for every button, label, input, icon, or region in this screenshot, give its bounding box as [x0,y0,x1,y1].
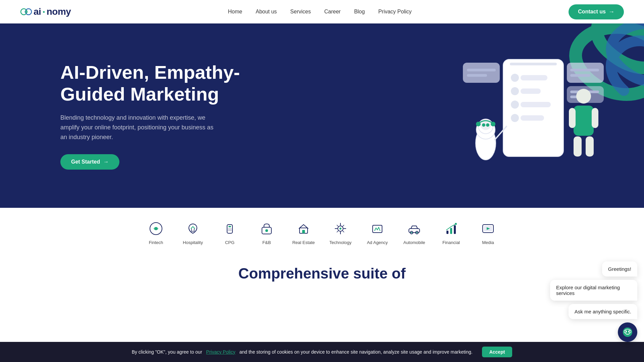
svg-rect-57 [454,225,456,234]
svg-rect-12 [521,115,544,121]
hero-section: AI-Driven, Empathy-Guided Marketing Blen… [0,0,644,208]
technology-label: Technology [329,240,352,245]
automobile-label: Automobile [403,240,425,245]
industry-fb[interactable]: F&B [248,220,285,245]
nav-links: Home About us Services Career Blog Priva… [228,9,412,15]
svg-rect-32 [574,106,594,136]
logo-text-nomy: nomy [47,6,71,17]
svg-rect-6 [521,75,547,80]
svg-point-58 [455,223,457,225]
industry-strip: Fintech Hospitality CPG F&B Real Estate … [0,208,644,252]
realestate-icon [295,220,312,237]
section-title: Comprehensive suite of [27,265,617,282]
industry-hospitality[interactable]: Hospitality [174,220,211,245]
media-icon [479,220,497,237]
financial-label: Financial [442,240,460,245]
industry-media[interactable]: Media [470,220,506,245]
fintech-label: Fintech [149,240,163,245]
industry-financial[interactable]: Financial [433,220,470,245]
svg-rect-13 [463,63,500,83]
technology-icon [332,220,349,237]
svg-rect-36 [586,136,594,157]
chat-explore[interactable]: Explore our digital marketing services [550,280,637,285]
svg-rect-18 [570,69,599,71]
automobile-icon [406,220,423,237]
svg-point-5 [511,74,519,82]
chat-greeting: Greetings! [602,261,637,277]
svg-rect-46 [302,230,305,233]
svg-point-53 [411,232,412,233]
svg-point-7 [511,87,519,95]
svg-rect-56 [450,228,452,234]
svg-rect-34 [592,108,598,128]
svg-rect-14 [567,63,604,83]
industry-adagency[interactable]: Ad Agency [359,220,396,245]
industry-cpg[interactable]: CPG [211,220,248,245]
industry-technology[interactable]: Technology [322,220,359,245]
financial-icon [442,220,460,237]
hero-description: Blending technology and innovation with … [60,113,221,142]
svg-rect-42 [228,230,232,231]
cta-label: Get Started [71,159,100,165]
cpg-icon [221,220,238,237]
adagency-icon [369,220,386,237]
svg-point-26 [482,123,485,127]
nav-services[interactable]: Services [290,9,311,14]
svg-point-2 [24,10,28,13]
logo[interactable]: ai·nomy [20,6,71,18]
fb-icon [258,220,275,237]
media-label: Media [482,240,494,245]
nav-career[interactable]: Career [324,9,341,14]
svg-point-44 [265,229,268,232]
svg-rect-17 [467,74,487,77]
svg-rect-16 [467,69,496,71]
logo-dot: · [42,6,45,18]
fb-label: F&B [262,240,271,245]
hero-title: AI-Driven, Empathy-Guided Marketing [60,62,248,105]
svg-point-11 [511,114,519,122]
nav-about[interactable]: About us [256,9,277,14]
logo-icon [20,8,32,15]
contact-label: Contact us [578,9,606,15]
contact-button[interactable]: Contact us → [569,4,624,19]
nav-privacy[interactable]: Privacy Policy [378,9,412,14]
logo-text-ai: ai [34,6,41,17]
svg-point-38 [155,227,157,230]
industry-automobile[interactable]: Automobile [396,220,433,245]
hero-content: AI-Driven, Empathy-Guided Marketing Blen… [60,42,248,189]
svg-rect-10 [521,102,551,107]
svg-rect-33 [569,108,576,128]
hospitality-icon [184,220,202,237]
svg-point-48 [339,228,341,230]
industry-realestate[interactable]: Real Estate [285,220,322,245]
hospitality-label: Hospitality [183,240,203,245]
get-started-button[interactable]: Get Started → [60,154,119,170]
cpg-label: CPG [225,240,234,245]
adagency-label: Ad Agency [367,240,388,245]
svg-point-31 [576,89,591,104]
nav-blog[interactable]: Blog [354,9,365,14]
industry-fintech[interactable]: Fintech [138,220,174,245]
realestate-label: Real Estate [292,240,315,245]
contact-arrow: → [608,8,614,15]
svg-rect-40 [228,226,231,227]
navbar: ai·nomy Home About us Services Career Bl… [0,0,644,23]
hero-illustration [463,53,604,167]
svg-point-9 [511,101,519,109]
svg-rect-19 [570,74,590,77]
fintech-icon [147,220,165,237]
svg-point-29 [491,122,495,126]
section-title-area: Comprehensive suite of [0,252,644,285]
nav-home[interactable]: Home [228,9,243,14]
svg-rect-8 [521,88,541,94]
svg-rect-4 [510,63,557,65]
cta-arrow: → [103,159,109,165]
svg-rect-55 [446,231,448,234]
chat-widget: Greetings! Explore our digital marketing… [550,261,637,285]
hero-illustration-svg [463,53,604,167]
svg-rect-49 [373,225,382,233]
svg-point-28 [476,122,481,126]
svg-point-54 [416,232,418,233]
svg-rect-41 [228,229,232,229]
svg-point-27 [486,123,489,127]
